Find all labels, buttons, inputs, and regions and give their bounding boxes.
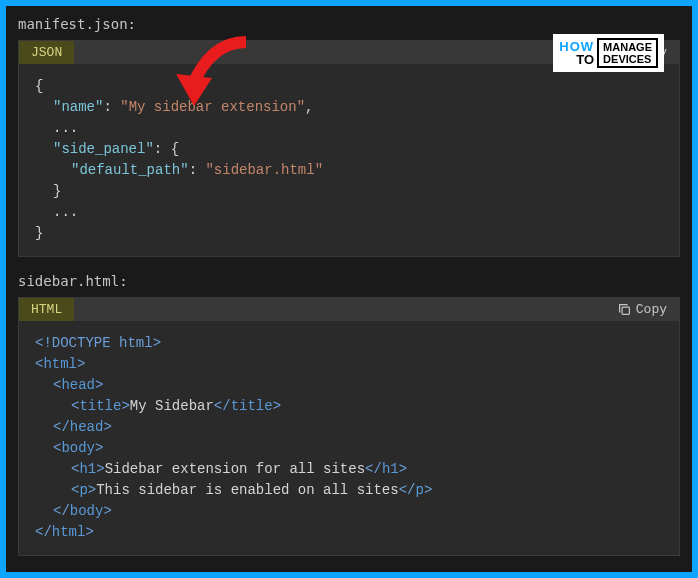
logo-to: TO	[559, 53, 594, 66]
svg-rect-1	[622, 307, 629, 314]
lang-tab-html: HTML	[19, 298, 74, 321]
logo-devices: DEVICES	[603, 53, 652, 65]
code-block-html: HTML Copy <!DOCTYPE html> <html> <head> …	[18, 297, 680, 556]
lang-tab-json: JSON	[19, 41, 74, 64]
copy-icon	[618, 303, 631, 316]
code-content-html: <!DOCTYPE html> <html> <head> <title>My …	[19, 321, 679, 555]
copy-button-html[interactable]: Copy	[618, 302, 667, 317]
filename-manifest: manifest.json:	[18, 16, 680, 32]
how-to-manage-devices-logo: HOW TO MANAGE DEVICES	[553, 34, 664, 72]
code-header-html: HTML Copy	[19, 298, 679, 321]
code-block-json: JSON Copy { "name": "My sidebar extensio…	[18, 40, 680, 257]
filename-sidebar: sidebar.html:	[18, 273, 680, 289]
code-content-json: { "name": "My sidebar extension", ... "s…	[19, 64, 679, 256]
document-container: HOW TO MANAGE DEVICES manifest.json: JSO…	[6, 6, 692, 572]
logo-manage: MANAGE	[603, 41, 652, 53]
copy-label: Copy	[636, 302, 667, 317]
